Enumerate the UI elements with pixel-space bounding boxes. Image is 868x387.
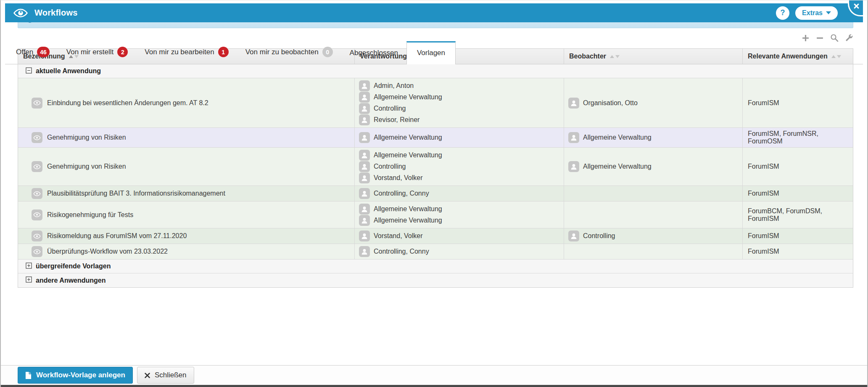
eye-icon [33, 249, 41, 254]
tab-label: Von mir erstellt [66, 48, 113, 56]
verantwortung-cell: Controlling, Conny [355, 244, 564, 259]
beobachter-cell: Organisation, Otto [564, 78, 743, 127]
person-icon [361, 217, 368, 224]
workflow-eye-badge [32, 209, 42, 220]
tab-label: Von mir zu bearbeiten [145, 48, 214, 56]
person-icon-badge [568, 161, 579, 172]
beobachter-cell: Allgemeine Verwaltung [564, 148, 743, 186]
responsible-entry: Revisor, Reiner [359, 114, 419, 125]
applications-value: ForumISM, ForumNSR, ForumOSM [748, 130, 850, 145]
entry-label: Allgemeine Verwaltung [583, 134, 652, 141]
entry-label: Allgemeine Verwaltung [374, 151, 442, 159]
entry-label: Organisation, Otto [583, 99, 638, 107]
applications-cell: ForumISM [743, 244, 855, 259]
responsible-entry: Controlling [359, 161, 406, 172]
person-icon [361, 105, 368, 112]
tab-count-badge: 1 [218, 47, 229, 57]
tab-label: Von mir zu beobachten [245, 48, 319, 56]
group-row-andere-anwendungen[interactable]: andere Anwendungen [18, 273, 853, 287]
entry-label: Controlling, Conny [374, 248, 429, 255]
applications-value: ForumISM [748, 163, 779, 170]
tab-count-badge: 2 [117, 47, 128, 57]
tab-von-mir-zu-bearbeiten[interactable]: Von mir zu bearbeiten1 [136, 47, 237, 64]
workflow-title: Plausibilitätsprüfung BAIT 3. Informatio… [47, 190, 225, 197]
tab-count-badge: 46 [37, 47, 50, 57]
group-label: andere Anwendungen [36, 277, 106, 284]
chevron-down-icon [826, 11, 831, 14]
page-title: Workflows [34, 8, 78, 18]
responsible-entry: Vorstand, Volker [359, 172, 423, 183]
workflow-title: Genehmigung von Risiken [47, 163, 126, 170]
bezeichnung-cell: Einbindung bei wesentlichen Änderungen g… [18, 78, 355, 127]
create-template-button[interactable]: Workflow-Vorlage anlegen [18, 367, 133, 384]
tab-count-badge: 0 [322, 47, 333, 57]
bezeichnung-cell: Risikomeldung aus ForumISM vom 27.11.202… [18, 228, 355, 244]
table-row[interactable]: Genehmigung von RisikenAllgemeine Verwal… [18, 148, 853, 186]
expand-icon [26, 276, 32, 284]
workflow-eye-badge [32, 98, 42, 109]
tab-abgeschlossen[interactable]: Abgeschlossen [341, 49, 406, 64]
person-icon-badge [359, 92, 370, 103]
applications-value: ForumISM [748, 99, 779, 107]
group-row-übergreifende-vorlagen[interactable]: übergreifende Vorlagen [18, 260, 853, 273]
person-icon [361, 174, 368, 182]
tab-vorlagen[interactable]: Vorlagen [406, 41, 456, 64]
workflow-eye-badge [32, 188, 42, 199]
workflow-title: Risikomeldung aus ForumISM vom 27.11.202… [47, 232, 187, 240]
eye-icon [33, 100, 41, 106]
person-icon [570, 134, 578, 141]
extras-button[interactable]: Extras [795, 6, 838, 20]
tab-offen[interactable]: Offen46 [8, 47, 58, 64]
workflow-eye-badge [32, 246, 42, 257]
person-icon-badge [359, 114, 370, 125]
eye-logo-icon [13, 8, 28, 18]
entry-label: Controlling, Conny [374, 190, 429, 197]
entry-label: Revisor, Reiner [374, 116, 419, 124]
applications-value: ForumISM [748, 190, 779, 197]
observer-entry: Allgemeine Verwaltung [568, 161, 652, 172]
tab-von-mir-zu-beobachten[interactable]: Von mir zu beobachten0 [237, 47, 341, 64]
tab-label: Offen [16, 48, 33, 56]
eye-icon [33, 233, 41, 239]
eye-icon [33, 135, 41, 140]
eye-icon [33, 164, 41, 170]
table-row[interactable]: Überprüfungs-Workflow vom 23.03.2022Cont… [18, 244, 853, 260]
table-row[interactable]: Risikogenehmigung für TestsAllgemeine Ve… [18, 201, 853, 228]
titlebar: Workflows ? Extras [5, 3, 863, 22]
person-icon [361, 190, 368, 197]
table-row[interactable]: Plausibilitätsprüfung BAIT 3. Informatio… [18, 186, 853, 201]
person-icon [570, 99, 578, 107]
entry-label: Controlling [374, 105, 406, 112]
table-body: aktuelle AnwendungEinbindung bei wesentl… [18, 64, 853, 287]
tab-von-mir-erstellt[interactable]: Von mir erstellt2 [58, 47, 136, 64]
collapse-icon [26, 67, 32, 75]
applications-value: ForumISM [748, 232, 779, 240]
group-row-aktuelle-anwendung[interactable]: aktuelle Anwendung [18, 64, 853, 78]
close-dialog-button[interactable]: Schließen [137, 367, 194, 384]
person-icon-badge [568, 98, 579, 109]
applications-cell: ForumISM [743, 78, 855, 127]
eye-icon [33, 212, 41, 217]
observer-entry: Organisation, Otto [568, 98, 638, 109]
responsible-entry: Allgemeine Verwaltung [359, 150, 442, 161]
table-row[interactable]: Genehmigung von RisikenAllgemeine Verwal… [18, 128, 853, 148]
person-icon-badge [568, 132, 579, 143]
bezeichnung-cell: Überprüfungs-Workflow vom 23.03.2022 [18, 244, 355, 259]
bezeichnung-cell: Risikogenehmigung für Tests [18, 201, 355, 228]
close-x-icon [145, 373, 150, 378]
extras-label: Extras [802, 9, 823, 17]
responsible-entry: Controlling, Conny [359, 188, 429, 199]
entry-label: Vorstand, Volker [374, 232, 423, 240]
workflows-window: Workflows ? Extras Offen46Von mir erstel… [0, 0, 868, 387]
responsible-entry: Allgemeine Verwaltung [359, 132, 442, 143]
table-row[interactable]: Einbindung bei wesentlichen Änderungen g… [18, 78, 853, 128]
entry-label: Admin, Anton [374, 82, 414, 90]
table-row[interactable]: Risikomeldung aus ForumISM vom 27.11.202… [18, 228, 853, 244]
applications-value: ForumBCM, ForumDSM, ForumISM [748, 207, 850, 223]
person-icon [361, 151, 368, 159]
person-icon [361, 82, 368, 90]
person-icon [361, 248, 368, 255]
expand-icon [26, 262, 32, 270]
help-button[interactable]: ? [776, 6, 789, 20]
person-icon-badge [359, 231, 370, 241]
